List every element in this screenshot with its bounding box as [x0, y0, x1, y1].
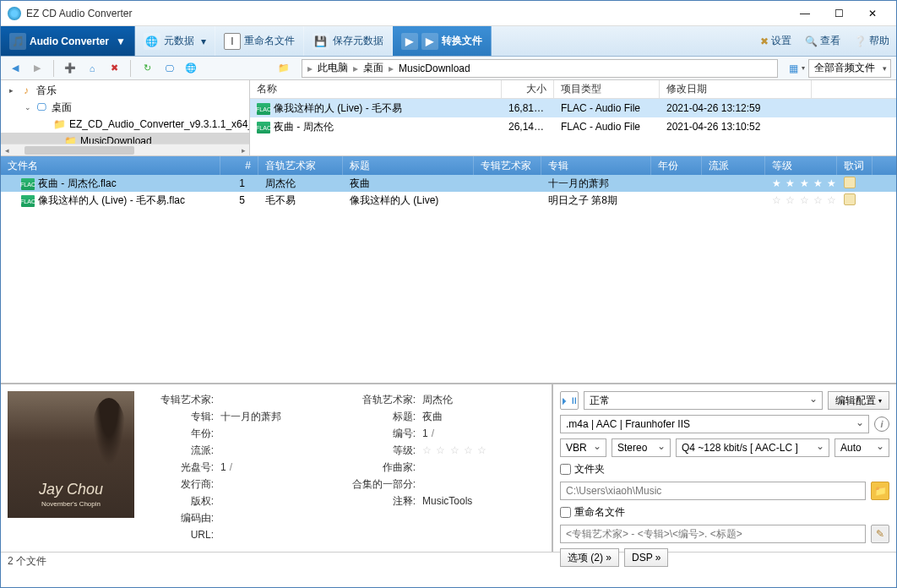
options-button[interactable]: 选项 (2) »	[560, 548, 619, 567]
priority-icon-button[interactable]: ⏵⏸	[560, 391, 579, 410]
th-album[interactable]: 专辑	[541, 156, 651, 175]
view-link[interactable]: 🔍查看	[798, 26, 847, 56]
metadata-button[interactable]: 🌐 元数据 ▾	[135, 26, 215, 56]
file-row[interactable]: FLAC像我这样的人 (Live) - 毛不易 16,819 KB FLAC -…	[250, 99, 896, 117]
th-albumartist[interactable]: 专辑艺术家	[474, 156, 541, 175]
format-select[interactable]: .m4a | AAC | Fraunhofer IIS	[560, 415, 869, 433]
priority-select[interactable]: 正常	[584, 391, 823, 410]
metadata-label: 元数据	[164, 34, 194, 48]
th-artist[interactable]: 音轨艺术家	[258, 156, 343, 175]
desktop-icon: 🖵	[35, 101, 48, 114]
breadcrumb-seg-2[interactable]: 桌面	[360, 61, 387, 75]
breadcrumb-seg-3[interactable]: MusicDownload	[395, 63, 474, 74]
rating-stars[interactable]: ★ ★ ★ ★ ★	[772, 177, 837, 189]
main-toolbar: 🎵 Audio Converter ▼ 🌐 元数据 ▾ I 重命名文件 💾 保存…	[1, 26, 896, 57]
th-year[interactable]: 年份	[651, 156, 702, 175]
audio-converter-tab[interactable]: 🎵 Audio Converter ▼	[1, 26, 135, 56]
audio-converter-label: Audio Converter	[30, 35, 109, 47]
flac-icon: FLAC	[21, 195, 35, 207]
browse-folder-button[interactable]: 📁	[871, 482, 889, 500]
convert-button[interactable]: ▶ ▶ 转换文件	[393, 26, 492, 56]
mode-select[interactable]: VBR	[560, 438, 606, 457]
track-row[interactable]: FLAC像我这样的人 (Live) - 毛不易.flac 5 毛不易 像我这样的…	[1, 192, 896, 209]
rating-stars[interactable]: ☆ ☆ ☆ ☆ ☆	[772, 194, 837, 206]
file-list-header: 名称 大小 项目类型 修改日期	[250, 80, 896, 99]
output-settings-panel: ⏵⏸ 正常 编辑配置▾ .m4a | AAC | Fraunhofer IIS …	[553, 384, 896, 552]
add-file-button[interactable]: ➕	[61, 59, 79, 78]
rename-checkbox[interactable]: 重命名文件	[560, 505, 889, 520]
help-link[interactable]: ❔帮助	[847, 26, 896, 56]
edit-pattern-button[interactable]: ✎	[871, 525, 889, 543]
th-num[interactable]: #	[220, 156, 258, 175]
album-cover[interactable]: Jay Chou November's Chopin	[8, 391, 134, 518]
col-date[interactable]: 修改日期	[660, 80, 812, 98]
back-button[interactable]: ◀	[6, 59, 24, 78]
metadata-icon: 🌐	[144, 33, 160, 50]
forward-button[interactable]: ▶	[28, 59, 46, 78]
output-folder-input[interactable]	[560, 482, 866, 500]
th-lyrics[interactable]: 歌词	[837, 156, 873, 175]
info-icon[interactable]: i	[874, 416, 889, 432]
tree-item-desktop[interactable]: ⌄🖵桌面	[1, 99, 249, 116]
monitor-button[interactable]: 🖵	[160, 59, 178, 78]
breadcrumb[interactable]: ▸ 此电脑 ▸ 桌面 ▸ MusicDownload	[302, 59, 778, 78]
rename-pattern-input[interactable]	[560, 525, 866, 543]
folder-tree: ▸♪音乐 ⌄🖵桌面 📁EZ_CD_Audio_Converter_v9.3.1.…	[1, 80, 250, 155]
th-genre[interactable]: 流派	[702, 156, 765, 175]
close-button[interactable]: ✕	[856, 2, 889, 25]
file-row[interactable]: FLAC夜曲 - 周杰伦 26,140 KB FLAC - Audio File…	[250, 117, 896, 136]
convert-icon-2: ▶	[421, 33, 438, 50]
folder-icon-nav[interactable]: 📁	[275, 59, 293, 78]
channels-select[interactable]: Stereo	[612, 438, 671, 457]
flac-icon: FLAC	[257, 103, 270, 115]
view-mode-button[interactable]: ▦▾	[786, 59, 805, 78]
output-folder-checkbox[interactable]: 文件夹	[560, 462, 889, 476]
th-rating[interactable]: 等级	[765, 156, 837, 175]
tree-item-music[interactable]: ▸♪音乐	[1, 82, 249, 99]
convert-label: 转换文件	[442, 34, 482, 48]
help-icon: ❔	[854, 35, 867, 47]
lyrics-icon[interactable]	[844, 193, 856, 205]
settings-link[interactable]: ✖设置	[753, 26, 798, 56]
network-button[interactable]: 🌐	[182, 59, 200, 78]
flac-icon: FLAC	[257, 122, 270, 133]
rename-button[interactable]: I 重命名文件	[215, 26, 304, 56]
save-metadata-button[interactable]: 💾 保存元数据	[304, 26, 393, 56]
save-icon: 💾	[313, 33, 329, 50]
remove-button[interactable]: ✖	[105, 59, 123, 78]
meta-rating-stars[interactable]: ☆ ☆ ☆ ☆ ☆	[422, 444, 487, 456]
col-type[interactable]: 项目类型	[554, 80, 660, 98]
breadcrumb-seg-1[interactable]: 此电脑	[314, 61, 351, 75]
rename-icon: I	[224, 33, 241, 50]
folder-icon: 📁	[53, 117, 66, 131]
track-list: FLAC夜曲 - 周杰伦.flac 1 周杰伦 夜曲 十一月的萧邦 ★ ★ ★ …	[1, 175, 896, 383]
track-row[interactable]: FLAC夜曲 - 周杰伦.flac 1 周杰伦 夜曲 十一月的萧邦 ★ ★ ★ …	[1, 175, 896, 192]
window-title: EZ CD Audio Converter	[26, 8, 788, 19]
flac-icon: FLAC	[21, 178, 35, 190]
tree-horizontal-scrollbar[interactable]: ◂▸	[1, 144, 249, 155]
navigation-toolbar: ◀ ▶ ➕ ⌂ ✖ ↻ 🖵 🌐 📁 ▸ 此电脑 ▸ 桌面 ▸ MusicDown…	[1, 57, 896, 80]
metadata-panel: Jay Chou November's Chopin 专辑艺术家: 专辑:十一月…	[1, 384, 553, 552]
th-filename[interactable]: 文件名	[1, 156, 220, 175]
col-name[interactable]: 名称	[250, 80, 502, 98]
converter-icon: 🎵	[9, 33, 26, 50]
tree-item-folder1[interactable]: 📁EZ_CD_Audio_Converter_v9.3.1.1_x64_L	[1, 116, 249, 133]
maximize-button[interactable]: ☐	[822, 2, 856, 25]
titlebar: EZ CD Audio Converter ― ☐ ✕	[1, 1, 896, 26]
save-meta-label: 保存元数据	[333, 34, 383, 48]
minimize-button[interactable]: ―	[788, 2, 822, 25]
edit-config-button[interactable]: 编辑配置▾	[828, 391, 889, 410]
th-title[interactable]: 标题	[343, 156, 474, 175]
convert-icon: ▶	[401, 33, 418, 50]
auto-select[interactable]: Auto	[834, 438, 889, 457]
bitrate-select[interactable]: Q4 ~128 kbit/s [ AAC-LC ]	[676, 438, 829, 457]
dsp-button[interactable]: DSP »	[624, 548, 668, 567]
rename-label: 重命名文件	[244, 34, 295, 48]
col-size[interactable]: 大小	[502, 80, 554, 98]
file-filter-dropdown[interactable]: 全部音频文件	[808, 59, 891, 78]
status-text: 2 个文件	[8, 554, 46, 569]
home-button[interactable]: ⌂	[83, 59, 101, 78]
gear-icon: ✖	[760, 35, 769, 47]
refresh-button[interactable]: ↻	[138, 59, 156, 78]
lyrics-icon[interactable]	[844, 177, 856, 188]
